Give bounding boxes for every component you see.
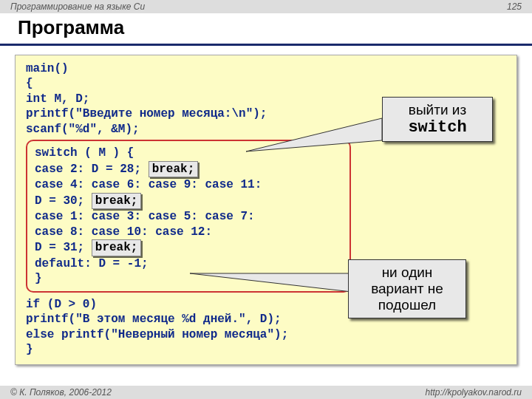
slide-body: main() { int M, D; printf("Введите номер… [0, 46, 532, 365]
break-keyword: break; [92, 193, 142, 209]
callout-exit-switch: выйти из switch [382, 97, 493, 142]
code-line: case 8: case 10: case 12: [35, 225, 342, 239]
callout-text: выйти из [392, 102, 483, 118]
course-label: Программирование на языке Си [10, 1, 145, 12]
callout-text: ни один вариант не подошел [358, 265, 457, 313]
header-strip: Программирование на языке Си 125 [0, 0, 532, 13]
code-line: case 2: D = 28; break; [35, 161, 342, 177]
svg-marker-0 [246, 118, 382, 151]
code-line: } [26, 342, 506, 357]
footer-strip: © К. Поляков, 2006-2012 http://kpolyakov… [0, 386, 532, 399]
page-number: 125 [507, 1, 522, 12]
svg-marker-1 [190, 273, 352, 292]
break-keyword: break; [149, 161, 199, 177]
code-line: case 4: case 6: case 9: case 11: [35, 177, 342, 192]
code-line: D = 31; break; [35, 239, 342, 256]
code-text: case 2: D = 28; [35, 163, 149, 176]
code-block: main() { int M, D; printf("Введите номер… [15, 55, 517, 365]
code-line: case 1: case 3: case 5: case 7: [35, 209, 342, 224]
code-line: main() [26, 61, 506, 76]
callout-tail [242, 115, 389, 159]
code-line: { [26, 76, 506, 91]
break-keyword: break; [92, 239, 142, 256]
footer-url: http://kpolyakov.narod.ru [425, 387, 522, 398]
slide-title: Программа [0, 13, 532, 46]
callout-tail [185, 262, 355, 299]
callout-default: ни один вариант не подошел [348, 259, 466, 318]
copyright: © К. Поляков, 2006-2012 [10, 387, 112, 398]
code-line: D = 30; break; [35, 193, 342, 209]
callout-text-mono: switch [392, 118, 483, 137]
code-line: else printf("Неверный номер месяца"); [26, 327, 506, 342]
code-text: D = 31; [35, 241, 92, 254]
code-text: D = 30; [35, 194, 92, 208]
